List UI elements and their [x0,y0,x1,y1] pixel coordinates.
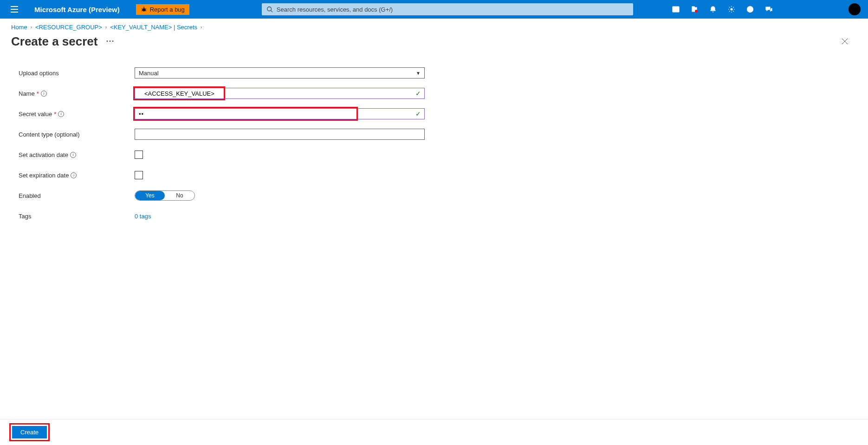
top-header: Microsoft Azure (Preview) Report a bug [0,0,868,19]
breadcrumb-resource-group[interactable]: <RESOURCE_GROUP> [35,24,102,31]
breadcrumb-sep: › [104,25,108,30]
secret-value-input[interactable] [135,108,425,119]
hamburger-menu-icon[interactable] [7,2,21,16]
svg-point-8 [267,7,272,11]
svg-line-6 [141,11,143,11]
activation-date-row: Set activation date i [19,149,859,160]
enabled-row: Enabled Yes No [19,190,859,201]
search-icon [266,6,273,13]
svg-line-4 [141,9,143,9]
tags-link[interactable]: 0 tags [135,213,151,220]
brand-label[interactable]: Microsoft Azure (Preview) [34,6,120,13]
name-row: Name * i ✓ [19,88,859,99]
svg-point-3 [142,8,145,11]
activation-date-label: Set activation date [19,151,68,158]
svg-rect-10 [673,7,679,12]
expiration-date-row: Set expiration date i [19,170,859,181]
feedback-icon[interactable] [760,1,777,18]
toggle-yes[interactable]: Yes [135,191,165,200]
valid-check-icon: ✓ [415,90,421,97]
svg-rect-2 [11,12,18,13]
secret-value-label: Secret value [19,111,52,118]
help-icon[interactable] [742,1,758,18]
svg-point-12 [695,10,698,13]
search-box[interactable] [262,3,633,15]
close-button[interactable] [837,34,852,49]
upload-options-select[interactable]: Manual ▼ [135,67,425,79]
svg-line-9 [271,11,272,13]
close-icon [842,38,848,45]
enabled-toggle[interactable]: Yes No [135,190,195,201]
page-header: Create a secret ··· [0,34,868,54]
enabled-label: Enabled [19,192,135,199]
svg-line-7 [145,11,146,11]
required-asterisk: * [54,111,56,118]
info-icon[interactable]: i [70,152,76,158]
required-asterisk: * [37,90,39,97]
more-actions-button[interactable]: ··· [106,37,114,46]
form: Upload options Manual ▼ Name * i ✓ Secre… [0,54,868,222]
header-icons [667,1,861,18]
avatar[interactable] [849,3,861,15]
breadcrumb-key-vault[interactable]: <KEY_VAULT_NAME> | Secrets [110,24,197,31]
upload-options-label: Upload options [19,70,135,77]
report-bug-button[interactable]: Report a bug [136,4,189,15]
expiration-date-label: Set expiration date [19,172,69,179]
toggle-no[interactable]: No [165,191,194,200]
svg-line-5 [145,9,146,9]
highlight-box: Create [9,423,50,441]
content-type-row: Content type (optional) [19,129,859,140]
settings-icon[interactable] [723,1,740,18]
content-type-label: Content type (optional) [19,131,135,138]
secret-value-row: Secret value * i ✓ [19,108,859,119]
info-icon[interactable]: i [41,91,47,97]
name-input[interactable] [135,88,425,99]
bug-icon [141,6,147,13]
breadcrumb-sep: › [199,25,203,30]
breadcrumb: Home › <RESOURCE_GROUP> › <KEY_VAULT_NAM… [0,19,868,34]
tags-row: Tags 0 tags [19,210,859,222]
directories-icon[interactable] [686,1,703,18]
search-input[interactable] [277,6,628,13]
tags-label: Tags [19,213,135,220]
svg-rect-1 [11,9,18,10]
upload-options-row: Upload options Manual ▼ [19,67,859,79]
content-type-input[interactable] [135,129,425,140]
svg-rect-0 [11,6,18,7]
name-label: Name [19,90,35,97]
breadcrumb-home[interactable]: Home [11,24,27,31]
footer: Create [0,419,868,445]
create-button[interactable]: Create [12,426,47,438]
svg-point-13 [731,8,732,10]
activation-date-checkbox[interactable] [135,151,143,159]
cloud-shell-icon[interactable] [667,1,684,18]
search-wrap [262,3,633,15]
report-bug-label: Report a bug [150,6,185,13]
breadcrumb-sep: › [29,25,33,30]
upload-options-value: Manual [139,70,159,77]
info-icon[interactable]: i [58,111,64,117]
chevron-down-icon: ▼ [416,71,421,76]
expiration-date-checkbox[interactable] [135,171,143,179]
valid-check-icon: ✓ [415,110,421,118]
svg-point-15 [750,11,750,11]
notifications-icon[interactable] [705,1,721,18]
info-icon[interactable]: i [71,172,77,178]
page-title: Create a secret [11,34,97,49]
